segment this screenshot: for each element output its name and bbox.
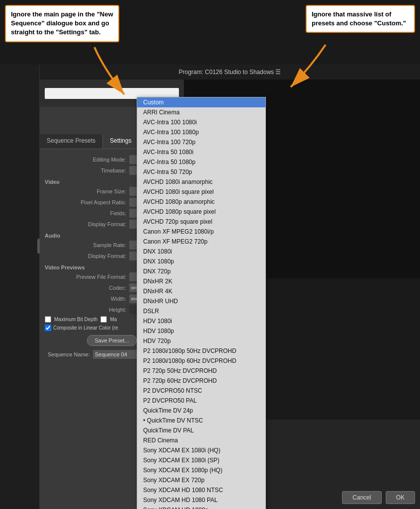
dropdown-item[interactable]: AVC-Intra 100 1080i	[137, 117, 265, 127]
dropdown-item[interactable]: DNX 720p	[137, 266, 265, 276]
sample-rate-label: Sample Rate:	[93, 242, 126, 248]
dropdown-item[interactable]: P2 720p 60Hz DVCPROHD	[137, 376, 265, 386]
annotation-right: Ignore that massive list of presets and …	[306, 5, 415, 33]
preview-file-format-label: Preview File Format:	[76, 274, 126, 280]
editing-mode-label: Editing Mode:	[93, 157, 126, 163]
codec-label: Codec:	[109, 285, 126, 291]
dropdown-item[interactable]: HDV 720p	[137, 336, 265, 346]
dropdown-item[interactable]: DSLR	[137, 306, 265, 316]
dropdown-item[interactable]: ARRI Cinema	[137, 107, 265, 117]
annotation-left-text: Ignore the main page in the "New Sequenc…	[11, 10, 113, 36]
dropdown-item[interactable]: AVCHD 1080i anamorphic	[137, 177, 265, 187]
dropdown-item[interactable]: DNX 1080i	[137, 247, 265, 256]
dropdown-item[interactable]: QuickTime DV PAL	[137, 425, 265, 435]
dropdown-item[interactable]: P2 1080i/1080p 60Hz DVCPROHD	[137, 356, 265, 366]
timebase-label: Timebase:	[101, 168, 126, 173]
dropdown-item[interactable]: P2 DVCPRO50 PAL	[137, 396, 265, 406]
dropdown-item[interactable]: QuickTime DV 24p	[137, 406, 265, 416]
dropdown-item[interactable]: P2 DVCPRO50 NTSC	[137, 386, 265, 396]
dropdown-item[interactable]: Sony XDCAM HD 1080 NTSC	[137, 485, 265, 495]
dropdown-item[interactable]: Canon XF MPEG2 1080i/p	[137, 227, 265, 237]
dropdown-item[interactable]: QuickTime DV NTSC	[137, 416, 265, 425]
dropdown-item[interactable]: Sony XDCAM EX 1080i (HQ)	[137, 445, 265, 455]
composite-label: Composite in Linear Color (re	[53, 325, 118, 331]
dropdown-item[interactable]: AVC-Intra 100 720p	[137, 137, 265, 147]
dropdown-item[interactable]: DNX 1080p	[137, 256, 265, 266]
max-label2: Ma	[110, 317, 117, 322]
annotation-right-text: Ignore that massive list of presets and …	[312, 10, 406, 27]
arrow-right-icon	[276, 42, 345, 97]
dropdown-item[interactable]: P2 720p 50Hz DVCPROHD	[137, 366, 265, 376]
composite-checkbox[interactable]	[45, 325, 51, 331]
dropdown-item[interactable]: AVCHD 1080p square pixel	[137, 207, 265, 217]
width-label: Width:	[111, 296, 126, 302]
arrow-left-icon	[65, 45, 144, 104]
left-sidebar	[0, 65, 40, 509]
dropdown-item[interactable]: Sony XDCAM EX 1080i (SP)	[137, 455, 265, 465]
dropdown-item[interactable]: AVC-Intra 50 720p	[137, 167, 265, 177]
max-bit-depth-label: Maximum Bit Depth	[54, 317, 97, 322]
dropdown-item[interactable]: Sony XDCAM HD 1080 PAL	[137, 495, 265, 505]
dropdown-item[interactable]: HDV 1080i	[137, 316, 265, 326]
pixel-aspect-ratio-label: Pixel Aspect Ratio:	[81, 199, 126, 205]
dropdown-item[interactable]: P2 1080i/1080p 50Hz DVCPROHD	[137, 346, 265, 356]
dropdown-item[interactable]: Sony XDCAM EX 720p	[137, 475, 265, 485]
tab-settings[interactable]: Settings	[103, 134, 139, 149]
save-preset-button[interactable]: Save Preset...	[87, 335, 136, 346]
dropdown-item[interactable]: AVCHD 1080p anamorphic	[137, 197, 265, 207]
dropdown-item[interactable]: Sony XDCAM HD 1080p	[137, 505, 265, 509]
fields-label: Fields:	[110, 210, 126, 216]
program-label: Program: C0126 Studio to Shadows ☰	[179, 69, 281, 76]
dropdown-item[interactable]: AVCHD 1080i square pixel	[137, 187, 265, 197]
dropdown-item[interactable]: Custom	[137, 97, 265, 107]
max-bit-depth-checkbox[interactable]	[45, 316, 51, 323]
cancel-button[interactable]: Cancel	[342, 491, 381, 504]
dropdown-item[interactable]: AVC-Intra 50 1080i	[137, 147, 265, 157]
dropdown-item[interactable]: HDV 1080p	[137, 326, 265, 336]
preset-dropdown[interactable]: CustomARRI CinemaAVC-Intra 100 1080iAVC-…	[137, 97, 266, 509]
sequence-name-label: Sequence Name:	[48, 351, 90, 357]
display-format-label: Display Format:	[88, 221, 126, 227]
tab-sequence-presets[interactable]: Sequence Presets	[40, 134, 103, 149]
height-label: Height:	[109, 307, 126, 313]
dropdown-item[interactable]: RED Cinema	[137, 435, 265, 445]
cancel-ok-row: Cancel OK	[342, 491, 415, 504]
dropdown-item[interactable]: AVC-Intra 50 1080p	[137, 157, 265, 167]
ok-button[interactable]: OK	[386, 491, 415, 504]
dropdown-item[interactable]: AVC-Intra 100 1080p	[137, 127, 265, 137]
dropdown-item[interactable]: Sony XDCAM EX 1080p (HQ)	[137, 465, 265, 475]
audio-display-format-label: Display Format:	[88, 253, 126, 259]
dropdown-item[interactable]: DNxHR 4K	[137, 286, 265, 296]
dropdown-item[interactable]: AVCHD 720p square pixel	[137, 217, 265, 227]
frame-size-label: Frame Size:	[97, 188, 126, 194]
annotation-left: Ignore the main page in the "New Sequenc…	[5, 5, 119, 42]
dropdown-item[interactable]: Canon XF MPEG2 720p	[137, 237, 265, 247]
dropdown-item[interactable]: DNxHR 2K	[137, 276, 265, 286]
max-checkbox2[interactable]	[100, 316, 107, 323]
dropdown-item[interactable]: DNxHR UHD	[137, 296, 265, 306]
